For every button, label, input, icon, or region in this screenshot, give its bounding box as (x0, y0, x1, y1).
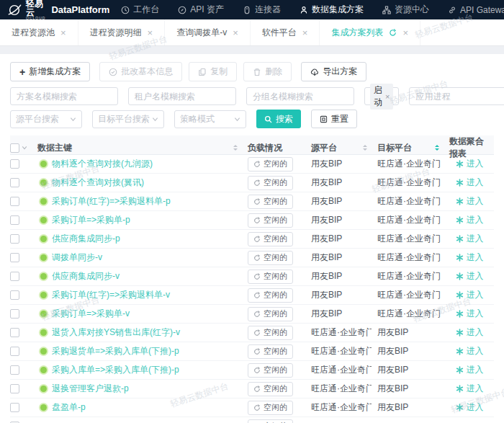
load-status-label: 空闲的 (264, 402, 287, 413)
load-status-button[interactable]: 空闲的 (248, 401, 293, 415)
plan-name-link[interactable]: 采购订单(红字)=>采购退料单-p (52, 195, 171, 208)
tab-close-icon[interactable]: × (233, 28, 238, 37)
enter-report-link[interactable]: 进入 (456, 289, 484, 301)
plan-name-link[interactable]: 物料逐个查询对接(翼讯) (52, 177, 144, 189)
plan-name-link[interactable]: 退换管理客户退款-p (52, 383, 129, 395)
enter-report-link[interactable]: 进入 (456, 158, 484, 170)
sort-data-key[interactable] (233, 145, 238, 151)
load-status-button[interactable]: 空闲的 (248, 382, 293, 396)
delete-button[interactable]: 删除 (243, 62, 292, 81)
tab-close-icon[interactable]: × (402, 28, 408, 37)
brand[interactable]: 轻易云 QCLOUD DataPlatform (7, 0, 109, 20)
row-checkbox[interactable] (10, 253, 19, 262)
load-status-button[interactable]: 空闲的 (248, 232, 293, 246)
plan-name-link[interactable]: 调拨单同步-v (52, 251, 102, 264)
select-all-checkbox[interactable] (10, 143, 19, 153)
tab-close-icon[interactable]: × (148, 28, 153, 37)
tenant-name-search-input[interactable] (128, 87, 236, 105)
table-row: 采购订单=>采购单-v空闲的用友BIP旺店通·企业奇门进入 (10, 305, 494, 324)
enter-report-link[interactable]: 进入 (456, 308, 484, 320)
row-checkbox[interactable] (10, 234, 19, 244)
load-status-button[interactable]: 空闲的 (248, 363, 293, 378)
new-plan-button[interactable]: + 新增集成方案 (10, 62, 90, 81)
plan-name-link[interactable]: 退货入库对接YS销售出库(红字)-v (52, 326, 180, 339)
load-status-button[interactable]: 空闲的 (248, 195, 293, 209)
plan-name-link[interactable]: 采购订单=>采购单-v (52, 308, 130, 320)
tab-close-icon[interactable]: × (302, 28, 308, 37)
group-name-search-input[interactable] (246, 87, 354, 105)
load-status-button[interactable]: 空闲的 (248, 307, 293, 321)
row-checkbox[interactable] (10, 290, 19, 300)
nav-item-工作台[interactable]: 工作台 (121, 4, 159, 16)
enter-report-link[interactable]: 进入 (456, 251, 484, 264)
enter-report-link[interactable]: 进入 (456, 233, 484, 245)
row-checkbox[interactable] (10, 178, 19, 187)
load-status-button[interactable]: 空闲的 (248, 344, 293, 359)
plan-name-link[interactable]: 物料逐个查询对接(九润源) (52, 158, 153, 170)
sitemap-icon (382, 6, 391, 14)
load-status-button[interactable]: 空闲的 (248, 270, 293, 284)
load-status-button[interactable]: 空闲的 (248, 419, 293, 423)
row-checkbox[interactable] (10, 272, 19, 281)
load-status-button[interactable]: 空闲的 (248, 326, 293, 340)
enter-report-link[interactable]: 进入 (456, 195, 484, 208)
tab-进程资源池[interactable]: 进程资源池× (0, 19, 78, 45)
plan-name-search-input[interactable] (10, 87, 118, 105)
load-status-button[interactable]: 空闲的 (248, 157, 293, 172)
search-button[interactable]: 搜索 (256, 110, 301, 128)
plan-name-link[interactable]: 采购订单=>采购单-p (52, 214, 130, 226)
source-platform-select[interactable]: 源平台搜索 (10, 110, 82, 128)
enter-report-link[interactable]: 进入 (456, 383, 484, 395)
tab-refresh-icon[interactable] (389, 29, 397, 37)
load-status-label: 空闲的 (264, 252, 287, 263)
export-plan-button[interactable]: 导出方案 (301, 62, 366, 81)
enter-report-link[interactable]: 进入 (456, 270, 484, 282)
tab-查询调拨单-v[interactable]: 查询调拨单-v× (165, 19, 251, 45)
tab-进程资源明细[interactable]: 进程资源明细× (78, 19, 166, 45)
plan-name-link[interactable]: 供应商集成同步-v (52, 270, 120, 282)
sort-source[interactable] (363, 145, 367, 151)
chevron-down-icon[interactable] (22, 145, 27, 151)
row-checkbox[interactable] (10, 365, 19, 375)
plan-name-link[interactable]: 采购订单(红字)=>采购退料单-v (52, 289, 170, 301)
tab-集成方案列表[interactable]: 集成方案列表× (320, 19, 420, 45)
tab-close-icon[interactable]: × (60, 28, 66, 37)
row-checkbox[interactable] (10, 159, 19, 169)
enter-report-link[interactable]: 进入 (456, 214, 484, 226)
row-checkbox[interactable] (10, 215, 19, 225)
strategy-mode-select[interactable]: 策略模式 (174, 110, 246, 128)
nav-item-连接器[interactable]: 连接器 (243, 4, 281, 16)
enter-report-link[interactable]: 进入 (456, 364, 484, 376)
enter-report-link[interactable]: 进入 (456, 345, 484, 357)
load-status-button[interactable]: 空闲的 (248, 213, 293, 228)
row-checkbox[interactable] (10, 403, 19, 412)
enter-report-link[interactable]: 进入 (456, 177, 484, 189)
row-checkbox[interactable] (10, 328, 19, 337)
status-filter-select[interactable]: 启动 × (364, 87, 399, 105)
nav-item-api-gateway[interactable]: API Gateway (448, 5, 504, 15)
plan-name-link[interactable]: 采购入库单=>采购入库单(下推)-p (52, 364, 179, 376)
load-status-button[interactable]: 空闲的 (248, 288, 293, 303)
row-checkbox[interactable] (10, 384, 19, 393)
sort-target[interactable] (435, 145, 439, 151)
enter-report-link[interactable]: 进入 (456, 326, 484, 339)
row-checkbox[interactable] (10, 309, 19, 319)
load-status-button[interactable]: 空闲的 (248, 251, 293, 265)
nav-item-资源中心[interactable]: 资源中心 (382, 4, 429, 16)
tag-close-icon[interactable]: × (385, 92, 390, 101)
load-status-button[interactable]: 空闲的 (248, 176, 293, 190)
enter-report-link[interactable]: 进入 (456, 401, 484, 414)
row-checkbox[interactable] (10, 197, 19, 206)
tab-软件平台[interactable]: 软件平台× (251, 19, 320, 45)
batch-edit-button[interactable]: 批改基本信息 (99, 62, 182, 81)
nav-item-数据集成方案[interactable]: 数据集成方案 (300, 4, 364, 16)
reset-button[interactable]: 重置 (311, 110, 357, 128)
copy-button[interactable]: 复制 (189, 62, 237, 81)
row-checkbox[interactable] (10, 347, 19, 356)
plan-name-link[interactable]: 盘盈单-p (52, 401, 86, 414)
plan-name-link[interactable]: 采购退货单=>采购入库单(下推)-p (52, 345, 179, 357)
app-process-input[interactable] (409, 87, 504, 105)
target-platform-select[interactable]: 目标平台搜索 (92, 110, 164, 128)
plan-name-link[interactable]: 供应商集成同步-p (52, 233, 120, 245)
nav-item-api-资产[interactable]: API 资产 (178, 4, 224, 16)
